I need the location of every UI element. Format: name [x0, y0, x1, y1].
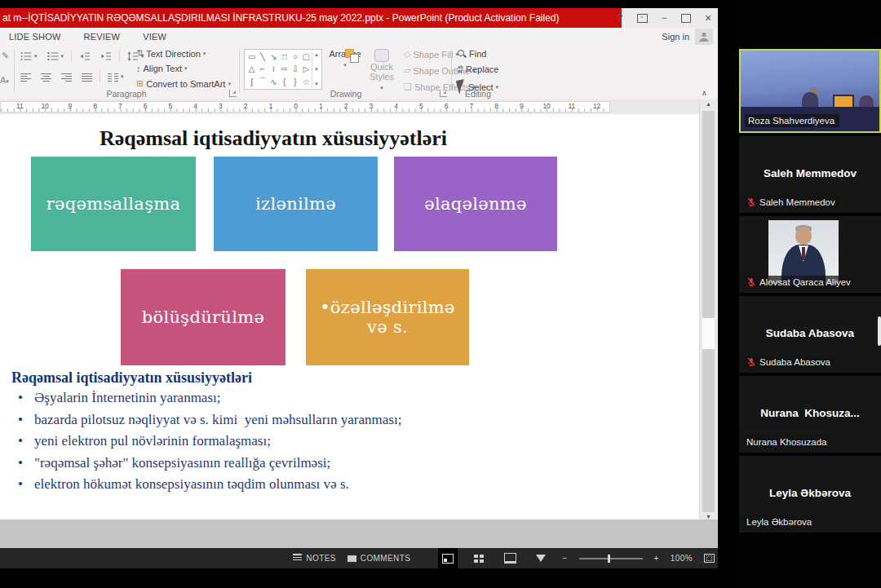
ribbon-display-options-button[interactable]: ^: [634, 11, 650, 25]
shape-icon[interactable]: ⇩: [290, 63, 300, 75]
participant-tile[interactable]: Sudaba Abasova Sudaba Abasova: [739, 296, 881, 373]
shape-fill-icon: ◇: [404, 49, 410, 60]
participant-name-tag: Alovsat Qaraca Aliyev: [743, 276, 856, 289]
shape-icon[interactable]: △: [246, 63, 257, 75]
text-direction-icon: ⇅: [136, 48, 144, 59]
shape-icon[interactable]: {: [279, 76, 290, 88]
drawing-dialog-launcher-icon[interactable]: [440, 90, 447, 97]
shape-gallery[interactable]: ▲▼▼ ▭╲↘□○▢△⌐≀⇨⇩▷ʃ⌒∿{}☆: [244, 49, 322, 90]
paragraph-group-label: Paragraph: [15, 89, 238, 99]
slide-title[interactable]: Rəqəmsal iqtisadiyyatın xüsusiyyətləri: [8, 126, 538, 151]
shape-icon[interactable]: ⇨: [279, 63, 290, 75]
participant-tile[interactable]: Roza Shahverdiyeva: [739, 49, 881, 133]
align-left-button[interactable]: [18, 72, 33, 82]
ribbon-tab[interactable]: VIEW: [131, 28, 178, 46]
replace-button[interactable]: abacReplace: [455, 64, 501, 75]
reading-view-button[interactable]: [500, 548, 520, 568]
normal-view-button[interactable]: [438, 548, 458, 568]
participant-name-tag: Nurana Khosuzada: [743, 435, 831, 449]
slide-bullet-list[interactable]: Əşyalarin İnternetinin yaranması;bazarda…: [15, 390, 537, 498]
justify-button[interactable]: [79, 72, 95, 82]
numbering-button[interactable]: ▾: [45, 51, 67, 62]
ribbon-tab[interactable]: LIDE SHOW: [0, 28, 73, 46]
close-button[interactable]: ×: [700, 11, 716, 25]
sign-in[interactable]: Sign in: [662, 28, 713, 46]
align-text-button[interactable]: ↕Align Text▾: [134, 63, 233, 74]
slide-canvas: Rəqəmsal iqtisadiyyatın xüsusiyyətləri r…: [0, 114, 699, 519]
paragraph-dialog-launcher-icon[interactable]: [229, 90, 237, 97]
shape-icon[interactable]: ≀: [268, 63, 279, 75]
find-button[interactable]: Find: [455, 48, 501, 60]
increase-indent-button[interactable]: [98, 51, 114, 62]
bullets-button[interactable]: ▾: [18, 51, 40, 62]
shape-icon[interactable]: ↘: [268, 51, 279, 63]
shape-icon[interactable]: ☆: [301, 76, 312, 88]
format-painter-icon[interactable]: ✎: [2, 51, 9, 61]
shape-icon[interactable]: ∿: [268, 76, 279, 88]
slide-shape-box[interactable]: bölüşdürülmə: [121, 269, 286, 365]
text-direction-button[interactable]: ⇅Text Direction▾: [134, 47, 233, 60]
align-center-button[interactable]: [38, 72, 54, 82]
shape-icon[interactable]: ▢: [301, 51, 312, 63]
shape-icon[interactable]: ▭: [246, 51, 257, 63]
ribbon-display-options-icon: ^: [637, 14, 648, 23]
slide-list-heading[interactable]: Rəqəmsal iqtisadiyyatın xüsusiyyətləri: [11, 369, 252, 387]
slide-shape-box[interactable]: izlənilmə: [214, 157, 378, 251]
ruler-number: 9: [58, 102, 83, 111]
slide-shape-box[interactable]: rəqəmsallaşma: [31, 157, 196, 251]
columns-button[interactable]: ▾: [105, 72, 126, 82]
convert-smartart-button[interactable]: ⊞Convert to SmartArt▾: [134, 77, 233, 90]
participant-name-label: Alovsat Qaraca Aliyev: [759, 277, 851, 287]
slide-sorter-view-button[interactable]: [469, 548, 489, 568]
font-color-icon[interactable]: A▾: [0, 75, 9, 85]
shape-icon[interactable]: ▷: [301, 63, 312, 75]
participant-tile[interactable]: Nurana Khosuza... Nurana Khosuzada: [739, 376, 881, 453]
ribbon-tab[interactable]: REVIEW: [73, 28, 132, 46]
zoom-slider[interactable]: [579, 558, 643, 559]
participant-name-label: Sudaba Abasova: [759, 357, 830, 367]
zoom-level[interactable]: 100%: [671, 554, 693, 563]
slide-shape-box[interactable]: •özəlləşdirilmə və s.: [306, 269, 469, 365]
find-icon: [458, 50, 467, 59]
shape-icon[interactable]: ╲: [257, 51, 268, 63]
minimize-button[interactable]: −: [656, 11, 672, 25]
comments-button[interactable]: COMMENTS: [348, 554, 411, 563]
zoom-out-button[interactable]: −: [562, 554, 567, 563]
ruler-number: 6: [133, 102, 158, 111]
ruler-number: 10: [33, 102, 58, 111]
shape-icon[interactable]: ○: [290, 51, 300, 63]
participant-tile[interactable]: Leyla Əkbərova Leyla Əkbərova: [739, 456, 881, 533]
collapse-ribbon-icon[interactable]: ∧: [702, 89, 707, 97]
zoom-in-button[interactable]: +: [654, 554, 659, 563]
zoom-slider-handle[interactable]: [608, 555, 610, 563]
shape-icon[interactable]: ʃ: [246, 76, 257, 88]
participants-scrollbar-thumb[interactable]: [878, 316, 881, 346]
shape-icon[interactable]: □: [279, 51, 290, 63]
shape-gallery-scroll[interactable]: ▲▼▼: [312, 51, 321, 88]
quick-styles-button[interactable]: Quick Styles▾: [364, 49, 400, 91]
participant-tile[interactable]: Saleh Memmedov Saleh Memmedov: [739, 136, 881, 213]
scrollbar-track[interactable]: [702, 111, 715, 512]
align-right-button[interactable]: [59, 72, 74, 82]
scroll-up-icon[interactable]: ▲: [700, 101, 717, 107]
slide-shape-box[interactable]: əlaqələnmə: [394, 157, 557, 251]
slide-bullet: Əşyalarin İnternetinin yaranması;: [15, 390, 537, 406]
slide-scrollbar[interactable]: ▲ ▼ ▲▲ ▼▼: [699, 99, 717, 546]
participant-tile[interactable]: Alovsat Qaraca Aliyev: [739, 216, 881, 293]
restore-button[interactable]: [678, 11, 694, 25]
ruler-number: 4: [383, 102, 409, 111]
shape-icon[interactable]: ⌒: [257, 76, 268, 88]
arrange-button[interactable]: Arrange▾: [326, 49, 364, 69]
scroll-down-icon[interactable]: ▼: [700, 514, 717, 519]
notes-button[interactable]: NOTES: [293, 554, 335, 563]
help-button[interactable]: ?: [612, 11, 628, 25]
fit-slide-to-window-icon[interactable]: [704, 554, 715, 563]
ruler-number: 7: [108, 102, 133, 111]
ruler-number: 3: [208, 102, 233, 111]
scrollbar-thumb[interactable]: [702, 318, 715, 349]
slideshow-view-button[interactable]: [531, 548, 551, 568]
ruler-number: 6: [434, 102, 459, 111]
shape-icon[interactable]: }: [290, 76, 300, 88]
shape-icon[interactable]: ⌐: [257, 63, 268, 75]
decrease-indent-button[interactable]: [77, 51, 93, 62]
